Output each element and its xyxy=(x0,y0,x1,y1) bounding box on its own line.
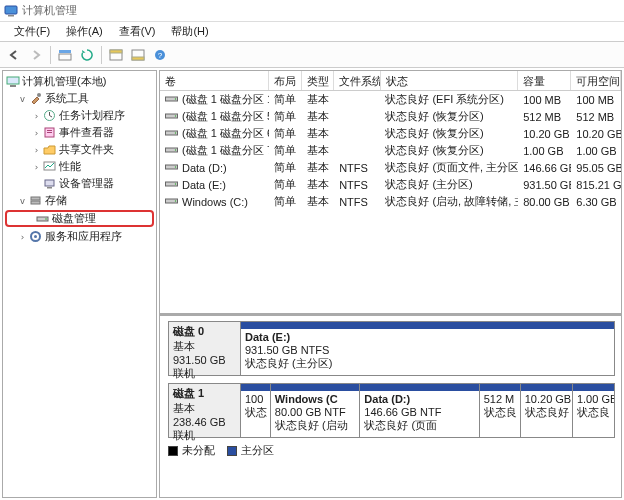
col-status[interactable]: 状态 xyxy=(381,71,519,90)
perf-icon xyxy=(42,159,57,174)
partition[interactable]: Data (D:)146.66 GB NTF状态良好 (页面 xyxy=(360,384,479,437)
volume-fs: NTFS xyxy=(334,162,380,174)
volume-status: 状态良好 (启动, 故障转储, 主分区) xyxy=(380,194,518,209)
svg-rect-18 xyxy=(45,180,54,186)
svg-rect-15 xyxy=(47,130,52,131)
volume-row[interactable]: (磁盘 1 磁盘分区 1)简单基本状态良好 (EFI 系统分区)100 MB10… xyxy=(160,91,621,108)
col-layout[interactable]: 布局 xyxy=(269,71,302,90)
twisty-icon[interactable]: › xyxy=(17,232,28,242)
volume-status: 状态良好 (恢复分区) xyxy=(380,109,518,124)
view-details-button[interactable] xyxy=(55,45,75,65)
view-top-button[interactable] xyxy=(106,45,126,65)
partition[interactable]: Windows (C80.00 GB NTF状态良好 (启动 xyxy=(271,384,361,437)
tree-pane[interactable]: 计算机管理(本地) v 系统工具 › 任务计划程序 › 事件查看器 › 共享文件 xyxy=(2,70,157,498)
view-bottom-button[interactable] xyxy=(128,45,148,65)
svg-rect-10 xyxy=(7,77,19,84)
nav-back-button[interactable] xyxy=(4,45,24,65)
unalloc-swatch xyxy=(168,446,178,456)
tree-services[interactable]: › 服务和应用程序 xyxy=(3,228,156,245)
menu-file[interactable]: 文件(F) xyxy=(6,22,58,41)
graphical-disk-pane[interactable]: 磁盘 0 基本 931.50 GB 联机 Data (E:)931.50 GB … xyxy=(160,316,621,497)
disk-mgmt-icon xyxy=(35,211,50,226)
partition[interactable]: 100状态 xyxy=(241,384,271,437)
svg-rect-16 xyxy=(47,132,52,133)
help-button[interactable]: ? xyxy=(150,45,170,65)
event-icon xyxy=(42,125,57,140)
partition[interactable]: 10.20 GB状态良好 xyxy=(521,384,573,437)
tree-task-scheduler[interactable]: › 任务计划程序 xyxy=(3,107,156,124)
volumes-header: 卷 布局 类型 文件系统 状态 容量 可用空间 xyxy=(160,71,621,91)
partition[interactable]: 512 M状态良 xyxy=(480,384,521,437)
volume-row[interactable]: (磁盘 1 磁盘分区 6)简单基本状态良好 (恢复分区)10.20 GB10.2… xyxy=(160,125,621,142)
volume-status: 状态良好 (主分区) xyxy=(380,177,518,192)
volume-cap: 10.20 GB xyxy=(518,128,571,140)
tree-label: 服务和应用程序 xyxy=(45,229,122,244)
volume-type: 基本 xyxy=(302,177,334,192)
partition-status: 状态良 xyxy=(484,406,516,419)
tree-system-tools[interactable]: v 系统工具 xyxy=(3,90,156,107)
partition-size: 512 M xyxy=(484,393,516,406)
tools-icon xyxy=(28,91,43,106)
volume-row[interactable]: Windows (C:)简单基本NTFS状态良好 (启动, 故障转储, 主分区)… xyxy=(160,193,621,210)
col-fs[interactable]: 文件系统 xyxy=(334,71,380,90)
disk-row-1[interactable]: 磁盘 1 基本 238.46 GB 联机 100状态Windows (C80.0… xyxy=(168,383,615,438)
col-cap[interactable]: 容量 xyxy=(518,71,571,90)
svg-rect-5 xyxy=(110,50,122,53)
drive-icon xyxy=(165,111,178,123)
volume-cap: 146.66 GB xyxy=(518,162,571,174)
svg-rect-3 xyxy=(59,54,71,60)
partition[interactable]: Data (E:)931.50 GB NTFS状态良好 (主分区) xyxy=(241,322,614,375)
volumes-body[interactable]: (磁盘 1 磁盘分区 1)简单基本状态良好 (EFI 系统分区)100 MB10… xyxy=(160,91,621,313)
menu-action[interactable]: 操作(A) xyxy=(58,22,111,41)
twisty-icon[interactable]: v xyxy=(17,196,28,206)
tree-shared-folders[interactable]: › 共享文件夹 xyxy=(3,141,156,158)
col-type[interactable]: 类型 xyxy=(302,71,335,90)
disk-row-0[interactable]: 磁盘 0 基本 931.50 GB 联机 Data (E:)931.50 GB … xyxy=(168,321,615,376)
partition-color-bar xyxy=(360,384,478,391)
menu-view[interactable]: 查看(V) xyxy=(111,22,164,41)
volume-row[interactable]: Data (D:)简单基本NTFS状态良好 (页面文件, 主分区)146.66 … xyxy=(160,159,621,176)
volume-layout: 简单 xyxy=(269,126,301,141)
tree-label: 计算机管理(本地) xyxy=(22,74,106,89)
volume-row[interactable]: Data (E:)简单基本NTFS状态良好 (主分区)931.50 GB815.… xyxy=(160,176,621,193)
partition-color-bar xyxy=(241,384,270,391)
storage-icon xyxy=(28,193,43,208)
disk-title: 磁盘 1 xyxy=(173,386,236,401)
volume-row[interactable]: (磁盘 1 磁盘分区 5)简单基本状态良好 (恢复分区)512 MB512 MB xyxy=(160,108,621,125)
partition[interactable]: 1.00 GB状态良 xyxy=(573,384,614,437)
disk-state: 联机 xyxy=(173,366,236,381)
volume-free: 512 MB xyxy=(571,111,621,123)
drive-icon xyxy=(165,179,178,191)
tree-storage[interactable]: v 存储 xyxy=(3,192,156,209)
menu-help[interactable]: 帮助(H) xyxy=(163,22,216,41)
tree-root[interactable]: 计算机管理(本地) xyxy=(3,73,156,90)
twisty-icon[interactable]: › xyxy=(31,145,42,155)
twisty-icon[interactable]: › xyxy=(31,128,42,138)
volume-row[interactable]: (磁盘 1 磁盘分区 7)简单基本状态良好 (恢复分区)1.00 GB1.00 … xyxy=(160,142,621,159)
twisty-icon[interactable]: v xyxy=(17,94,28,104)
nav-fwd-button[interactable] xyxy=(26,45,46,65)
tree-label: 性能 xyxy=(59,159,81,174)
tree-event-viewer[interactable]: › 事件查看器 xyxy=(3,124,156,141)
volume-cap: 1.00 GB xyxy=(518,145,571,157)
volume-free: 1.00 GB xyxy=(571,145,621,157)
refresh-button[interactable] xyxy=(77,45,97,65)
twisty-icon[interactable]: › xyxy=(31,162,42,172)
svg-point-23 xyxy=(45,218,47,220)
volume-name: (磁盘 1 磁盘分区 5) xyxy=(182,109,269,124)
computer-icon xyxy=(5,74,20,89)
col-free[interactable]: 可用空间 xyxy=(571,71,621,90)
twisty-icon[interactable]: › xyxy=(31,111,42,121)
volume-layout: 简单 xyxy=(269,143,301,158)
partition-status: 状态良 xyxy=(577,406,610,419)
partition-color-bar xyxy=(241,322,614,329)
volume-fs: NTFS xyxy=(334,179,380,191)
tree-device-manager[interactable]: 设备管理器 xyxy=(3,175,156,192)
tree-disk-management[interactable]: 磁盘管理 xyxy=(5,210,154,227)
tree-performance[interactable]: › 性能 xyxy=(3,158,156,175)
partition-color-bar xyxy=(480,384,520,391)
svg-rect-2 xyxy=(59,50,71,53)
col-volume[interactable]: 卷 xyxy=(160,71,269,90)
disk-partitions: Data (E:)931.50 GB NTFS状态良好 (主分区) xyxy=(241,322,614,375)
title-bar: 计算机管理 xyxy=(0,0,624,22)
